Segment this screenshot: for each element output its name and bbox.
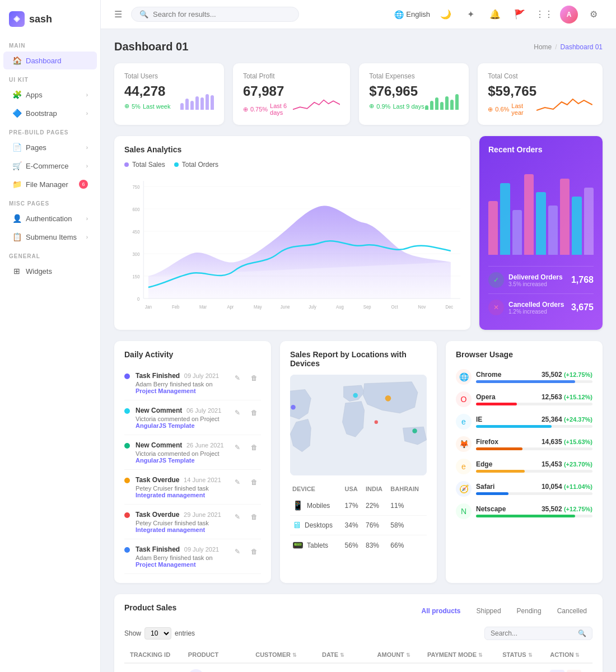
- stat-value-1: 67,987: [243, 83, 293, 99]
- stat-meta-1: ⊕0.75%Last 6 days: [243, 102, 293, 116]
- sidebar-item-widgets[interactable]: ⊞ Widgets: [3, 262, 97, 280]
- activity-desc-4: Petey Cruiser finished task Integrated m…: [136, 520, 225, 533]
- browser-name-netscape: Netscape: [476, 505, 506, 513]
- device-row-1: 🖥Desktops 34% 76% 58%: [290, 516, 427, 535]
- filemanager-icon: 📁: [12, 180, 21, 189]
- activity-edit-5[interactable]: ✎: [231, 545, 244, 558]
- sidebar-sections: MAIN 🏠 Dashboard UI KIT 🧩 Apps › 🔷 Boots…: [0, 36, 100, 280]
- activity-del-5[interactable]: 🗑: [248, 545, 261, 558]
- ps-col-1: PRODUCT: [183, 647, 250, 663]
- svg-point-27: [353, 393, 357, 398]
- activity-dot-0: [124, 374, 130, 379]
- svg-text:450: 450: [133, 228, 140, 235]
- chevron-bootstrap: ›: [86, 110, 88, 116]
- svg-point-30: [412, 428, 417, 433]
- search-input[interactable]: [153, 10, 291, 18]
- flag-icon[interactable]: 🚩: [511, 6, 529, 24]
- sidebar-item-submenu[interactable]: 📋 Submenu Items ›: [3, 228, 97, 246]
- chevron-submenu: ›: [86, 234, 88, 240]
- sidebar-item-pages[interactable]: 📄 Pages ›: [3, 138, 97, 156]
- table-search-input[interactable]: [491, 629, 575, 637]
- order-stat-sub: 3.5% increased: [508, 281, 563, 287]
- entries-select[interactable]: 102550: [144, 627, 171, 640]
- sidebar-item-filemanager[interactable]: 📁 File Manager 6: [3, 175, 97, 193]
- browser-count-safari: 10,054 (+11.04%): [542, 483, 592, 491]
- sidebar-item-apps[interactable]: 🧩 Apps ›: [3, 86, 97, 104]
- action-edit-0[interactable]: ✎: [550, 670, 564, 672]
- activity-desc-2: Victoria commented on Project AngularJS …: [136, 450, 225, 464]
- activity-link-3[interactable]: Integrated management: [136, 492, 205, 498]
- mini-chart-2: [425, 87, 459, 110]
- activity-title-2: New Comment: [136, 441, 182, 449]
- activity-del-1[interactable]: 🗑: [248, 406, 261, 419]
- sales-map: [290, 375, 427, 475]
- browser-bar-edge: [476, 470, 525, 473]
- sidebar-section-ui-kit: UI KIT: [0, 70, 100, 85]
- orders-stats: ✓ Delivered Orders 3.5% increased 1,768 …: [488, 266, 594, 321]
- apps-icon: 🧩: [12, 90, 21, 99]
- sort-icon-7: ⇅: [575, 652, 580, 658]
- activity-del-3[interactable]: 🗑: [248, 475, 261, 489]
- menu-icon[interactable]: ☰: [114, 9, 122, 20]
- activity-date-4: 29 June 2021: [184, 511, 221, 518]
- activity-del-0[interactable]: 🗑: [248, 371, 261, 385]
- stat-meta-3: ⊕0.6%Last year: [488, 102, 536, 116]
- mini-bar-6: [455, 94, 459, 110]
- activity-dot-2: [124, 443, 130, 449]
- activity-link-5[interactable]: Project Management: [136, 561, 196, 568]
- activity-item-0: Task Finished 09 July 2021 Adam Berry fi…: [124, 366, 261, 400]
- activity-link-2[interactable]: AngularJS Template: [136, 457, 195, 464]
- notification-btn[interactable]: 🔔: [486, 6, 504, 24]
- user-avatar[interactable]: A: [560, 6, 578, 24]
- sidebar-section-misc-pages: MISC PAGES: [0, 194, 100, 209]
- browser-bar-firefox: [476, 447, 522, 450]
- content-area: Dashboard 01 Home / Dashboard 01 Total U…: [101, 29, 616, 672]
- order-stat-delivered-orders: ✓ Delivered Orders 3.5% increased 1,768: [488, 266, 594, 293]
- sidebar-item-ecommerce[interactable]: 🛒 E-Commerce ›: [3, 157, 97, 175]
- stat-cards-row: Total Users 44,278 ⊕5%Last week Total Pr…: [114, 63, 603, 125]
- logo-text: sash: [29, 13, 52, 25]
- ps-tab-cancelled[interactable]: Cancelled: [552, 605, 592, 617]
- ps-tab-all-products[interactable]: All products: [416, 605, 466, 617]
- activity-edit-2[interactable]: ✎: [231, 441, 244, 454]
- ps-tab-shipped[interactable]: Shipped: [471, 605, 507, 617]
- sidebar-item-bootstrap[interactable]: 🔷 Bootstrap ›: [3, 104, 97, 122]
- language-selector[interactable]: 🌐 English: [394, 10, 430, 19]
- browser-count-edge: 15,453 (+23.70%): [542, 460, 592, 468]
- sort-icon-6: ⇅: [528, 652, 533, 658]
- sparkle-icon[interactable]: ✦: [461, 6, 479, 24]
- logo-icon: [9, 11, 25, 27]
- stat-label-1: Total Profit: [243, 72, 340, 80]
- language-label: English: [406, 10, 430, 18]
- browser-list: 🌐 Chrome 35,502 (+12.75%) O Opera 12,563…: [456, 366, 592, 522]
- sidebar-item-dashboard[interactable]: 🏠 Dashboard: [3, 52, 97, 69]
- menu-dots-btn[interactable]: ⋮⋮: [535, 6, 553, 24]
- svg-point-26: [291, 405, 295, 409]
- activity-edit-3[interactable]: ✎: [231, 475, 244, 489]
- theme-toggle-btn[interactable]: 🌙: [437, 6, 455, 24]
- activity-link-4[interactable]: Integrated management: [136, 526, 205, 533]
- activity-edit-0[interactable]: ✎: [231, 371, 244, 385]
- mini-line-1: [293, 94, 340, 116]
- activity-link-1[interactable]: AngularJS Template: [136, 422, 195, 429]
- action-del-0[interactable]: 🗑: [567, 670, 581, 672]
- activity-edit-4[interactable]: ✎: [231, 510, 244, 524]
- topbar: ☰ 🔍 🌐 English 🌙 ✦ 🔔 🚩 ⋮⋮ A ⚙: [101, 0, 616, 29]
- settings-btn[interactable]: ⚙: [585, 6, 603, 24]
- activity-edit-1[interactable]: ✎: [231, 406, 244, 419]
- browser-count-opera: 12,563 (+15.12%): [542, 393, 592, 401]
- chevron-apps: ›: [86, 92, 88, 98]
- activity-link-0[interactable]: Project Management: [136, 388, 196, 394]
- activity-del-4[interactable]: 🗑: [248, 510, 261, 524]
- mini-bar-2: [190, 101, 194, 110]
- breadcrumb-home[interactable]: Home: [534, 43, 552, 51]
- sidebar-item-authentication[interactable]: 👤 Authentication ›: [3, 209, 97, 227]
- browser-bar-opera: [476, 403, 517, 405]
- ps-tab-pending[interactable]: Pending: [511, 605, 547, 617]
- activity-desc-1: Victoria commented on Project AngularJS …: [136, 416, 225, 429]
- activity-del-2[interactable]: 🗑: [248, 441, 261, 454]
- activity-desc-5: Adam Berry finished task on Project Mana…: [136, 554, 225, 568]
- mini-bar-1: [185, 99, 189, 110]
- stat-label-3: Total Cost: [488, 72, 592, 80]
- svg-text:150: 150: [133, 273, 140, 279]
